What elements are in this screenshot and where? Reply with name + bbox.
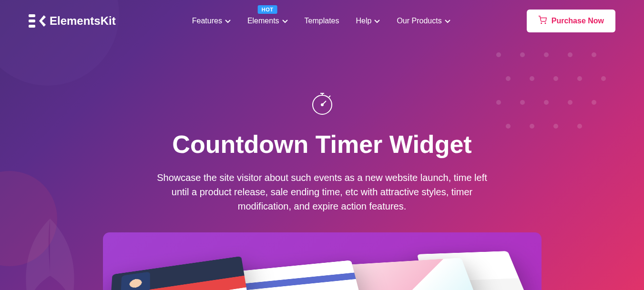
nav-our-products[interactable]: Our Products (397, 17, 450, 25)
hot-badge: HOT (258, 5, 277, 14)
chevron-down-icon (374, 17, 380, 25)
svg-rect-1 (29, 20, 35, 22)
nav-label: Our Products (397, 17, 441, 25)
page-title: Countdown Timer Widget (0, 130, 644, 159)
brand-name: ElementsKit (50, 14, 116, 28)
svg-rect-2 (29, 25, 35, 28)
chevron-down-icon (445, 17, 450, 25)
nav-label: Elements (247, 17, 279, 25)
purchase-button[interactable]: Purchase Now (527, 10, 615, 32)
nav-features[interactable]: Features (192, 17, 231, 25)
svg-point-4 (545, 23, 546, 24)
stopwatch-icon (0, 90, 644, 118)
logo-icon (29, 14, 46, 28)
brand-logo[interactable]: ElementsKit (29, 14, 116, 28)
nav-templates[interactable]: Templates (305, 17, 339, 25)
page-description: Showcase the site visitor about such eve… (151, 170, 494, 213)
background-decoration-leaf (14, 219, 86, 290)
nav-elements[interactable]: HOT Elements (247, 17, 288, 25)
mockup-card (108, 256, 251, 290)
preview-image (103, 232, 542, 290)
nav-label: Help (356, 17, 372, 25)
nav-help[interactable]: Help (356, 17, 380, 25)
purchase-label: Purchase Now (552, 17, 604, 25)
svg-rect-0 (29, 14, 35, 17)
mockup-card (225, 260, 368, 290)
hero-section: Countdown Timer Widget Showcase the site… (0, 42, 644, 213)
main-header: ElementsKit Features HOT Elements Templa… (0, 0, 644, 42)
chevron-down-icon (282, 17, 288, 25)
cart-icon (538, 16, 547, 26)
mockup-avatar (121, 271, 150, 290)
main-nav: Features HOT Elements Templates Help Our… (192, 17, 450, 25)
chevron-down-icon (225, 17, 231, 25)
svg-point-3 (541, 23, 542, 24)
nav-label: Templates (305, 17, 339, 25)
nav-label: Features (192, 17, 222, 25)
